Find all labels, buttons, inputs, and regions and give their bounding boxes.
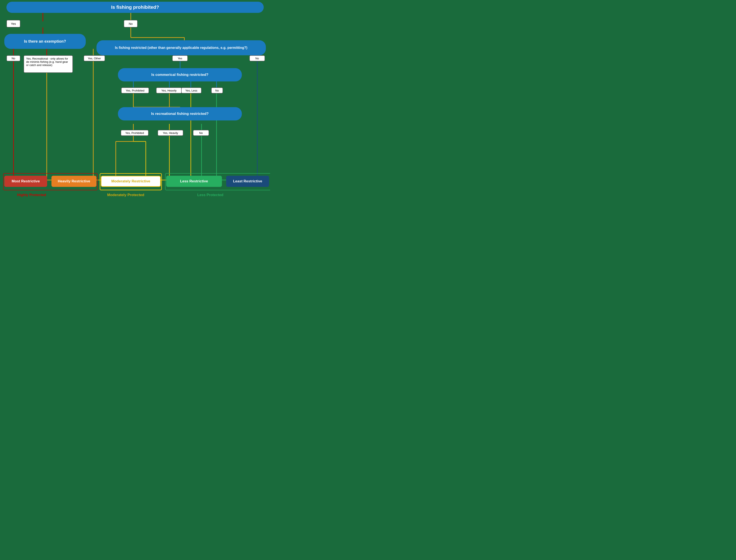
yes-recreational-box: Yes, Recreational - only allows for de m… [24, 55, 73, 73]
no-label-1: No [124, 20, 138, 27]
is-fishing-prohibited-label: Is fishing prohibited? [111, 5, 159, 10]
most-restrictive-box: Most Restrictive [4, 176, 47, 187]
yes-heavily-comm-box: Yes, Heavily [156, 87, 182, 93]
yes-other-box: Yes, Other [84, 55, 105, 61]
yes-label-3: Yes [172, 55, 188, 61]
is-exemption-box: Is there an exemption? [4, 34, 86, 49]
no-label-3: No [249, 55, 265, 61]
no-label-2: No [6, 55, 20, 61]
yes-heavily-rec-box: Yes, Heavily [158, 130, 183, 136]
is-commercial-restricted-box: Is commerical fishing restricted? [118, 68, 242, 81]
yes-less-comm-box: Yes, Less [181, 87, 201, 93]
no-rec-box: No [193, 130, 209, 136]
least-restrictive-box: Least Restrictive [226, 176, 269, 187]
less-restrictive-box: Less Restrictive [166, 176, 222, 187]
moderately-restrictive-box: Moderately Restrictive [101, 176, 161, 187]
yes-label-1: Yes [6, 20, 20, 27]
is-fishing-prohibited-box: Is fishing prohibited? [6, 2, 264, 13]
moderately-protected-label: Moderately Protected [107, 193, 144, 197]
heavily-restrictive-box: Heavily Restrictive [51, 176, 96, 187]
flowchart-diagram: Is fishing prohibited? Yes No Is there a… [0, 0, 270, 210]
is-fishing-restricted-box: Is fishing restricted (other than genera… [96, 40, 266, 55]
highly-protected-label: Highly Protected [17, 193, 46, 197]
yes-prohibited-comm-box: Yes, Prohibited [121, 87, 149, 93]
yes-prohibited-rec-box: Yes, Prohibited [121, 130, 149, 136]
no-comm-box: No [211, 87, 223, 93]
less-protected-label: Less Protected [197, 193, 223, 197]
is-recreational-restricted-box: Is recreational fishing restricted? [118, 107, 242, 120]
